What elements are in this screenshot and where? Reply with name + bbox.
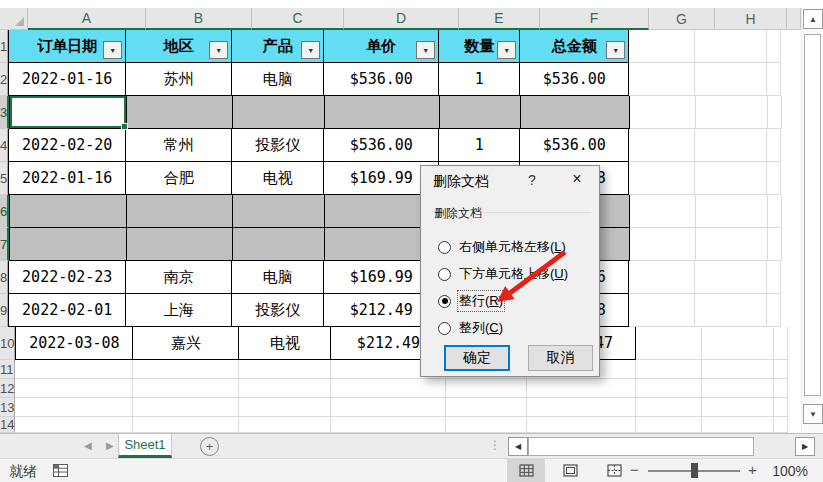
column-header-b[interactable]: B (146, 8, 252, 30)
cell[interactable] (695, 261, 767, 294)
zoom-slider-thumb[interactable] (691, 463, 698, 478)
tab-scrollbar-splitter[interactable]: ⋮ (489, 438, 499, 452)
column-header-c[interactable]: C (252, 8, 344, 30)
cell[interactable]: 苏州 (126, 63, 232, 96)
row-header-6[interactable]: 6 (0, 195, 9, 228)
cell[interactable] (702, 417, 774, 433)
cell[interactable] (636, 360, 702, 379)
cell[interactable] (702, 360, 774, 379)
zoom-in-button[interactable]: + (748, 461, 757, 478)
cell[interactable] (9, 195, 127, 228)
header-cell-unit-price[interactable]: 单价 ▼ (324, 30, 439, 63)
add-sheet-button[interactable]: + (200, 437, 219, 456)
cell[interactable] (629, 162, 695, 195)
cell[interactable] (527, 398, 636, 417)
cell[interactable] (695, 30, 767, 63)
header-cell-region[interactable]: 地区 ▼ (126, 30, 232, 63)
cell[interactable] (695, 162, 767, 195)
cell[interactable]: 1 (439, 63, 520, 96)
cell[interactable] (446, 379, 527, 398)
cell[interactable]: 电脑 (232, 63, 324, 96)
row-header-9[interactable]: 9 (0, 294, 8, 327)
ok-button[interactable]: 确定 (444, 345, 510, 371)
scroll-up-icon[interactable]: ▲ (803, 9, 823, 29)
prev-sheet-icon[interactable]: ◀ (84, 440, 92, 451)
cell[interactable] (127, 228, 233, 261)
cell[interactable] (331, 379, 446, 398)
cell[interactable] (233, 195, 325, 228)
cell[interactable]: 常州 (126, 129, 232, 162)
cell[interactable] (527, 379, 636, 398)
radio-icon[interactable] (438, 322, 451, 335)
zoom-out-button[interactable]: − (630, 461, 639, 478)
cell[interactable]: 1 (439, 129, 520, 162)
row-header-13[interactable]: 13 (0, 398, 15, 417)
cell[interactable] (446, 417, 527, 433)
cell[interactable] (127, 195, 233, 228)
filter-dropdown-icon[interactable]: ▼ (103, 41, 122, 59)
column-header-d[interactable]: D (344, 8, 459, 30)
cell[interactable]: 2022-02-01 (8, 294, 126, 327)
row-header-11[interactable]: 11 (0, 360, 15, 379)
cell[interactable] (702, 327, 774, 360)
column-header-a[interactable]: A (28, 8, 146, 30)
cell[interactable]: 上海 (126, 294, 232, 327)
filter-dropdown-icon[interactable]: ▼ (606, 41, 625, 59)
help-icon[interactable]: ? (524, 172, 540, 188)
close-icon[interactable]: × (567, 170, 587, 188)
header-cell-order-date[interactable]: 订单日期 ▼ (8, 30, 126, 63)
cell[interactable] (630, 195, 696, 228)
cell[interactable] (15, 379, 133, 398)
vertical-scrollbar-thumb[interactable] (804, 34, 821, 396)
radio-option-entire-column[interactable]: 整列(C) (438, 317, 503, 339)
cell[interactable] (629, 129, 695, 162)
cell[interactable] (127, 96, 233, 129)
cell[interactable]: $536.00 (520, 129, 629, 162)
horizontal-scrollbar-thumb[interactable] (528, 437, 754, 456)
page-layout-view-button[interactable] (551, 459, 589, 482)
zoom-level-label[interactable]: 100% (764, 463, 808, 479)
cell[interactable] (629, 294, 695, 327)
filter-dropdown-icon[interactable]: ▼ (301, 41, 320, 59)
cell[interactable]: 投影仪 (232, 294, 324, 327)
filter-dropdown-icon[interactable]: ▼ (209, 41, 228, 59)
cell[interactable] (325, 96, 440, 129)
filter-dropdown-icon[interactable]: ▼ (497, 41, 516, 59)
row-header-3[interactable]: 3 (0, 96, 9, 129)
radio-selected-icon[interactable] (438, 295, 451, 308)
cell[interactable]: 2022-01-16 (8, 162, 126, 195)
cell[interactable] (702, 398, 774, 417)
cell[interactable]: 投影仪 (232, 129, 324, 162)
cell[interactable] (15, 360, 133, 379)
scroll-right-icon[interactable]: ▶ (795, 437, 815, 456)
cell[interactable]: 嘉兴 (133, 327, 239, 360)
cell[interactable] (239, 360, 331, 379)
cell[interactable] (133, 360, 239, 379)
header-cell-quantity[interactable]: 数量 ▼ (439, 30, 520, 63)
cell[interactable] (133, 417, 239, 433)
row-header-5[interactable]: 5 (0, 162, 8, 195)
cell[interactable] (636, 417, 702, 433)
row-header-14[interactable]: 14 (0, 417, 15, 433)
cell[interactable] (636, 398, 702, 417)
cell[interactable] (233, 96, 325, 129)
radio-icon[interactable] (438, 241, 451, 254)
header-cell-product[interactable]: 产品 ▼ (232, 30, 324, 63)
cell[interactable] (696, 228, 768, 261)
radio-option-shift-cells-left[interactable]: 右侧单元格左移(L) (438, 236, 566, 258)
cell[interactable]: 电视 (239, 327, 331, 360)
cell[interactable] (239, 379, 331, 398)
cell[interactable] (695, 294, 767, 327)
column-header-g[interactable]: G (649, 8, 715, 30)
cell[interactable] (696, 96, 768, 129)
cell[interactable]: 电视 (232, 162, 324, 195)
cell[interactable] (233, 228, 325, 261)
select-all-corner[interactable] (0, 8, 28, 30)
scroll-down-icon[interactable]: ▼ (803, 404, 823, 424)
cell[interactable] (630, 228, 696, 261)
cell[interactable]: 2022-01-16 (8, 63, 126, 96)
column-header-h[interactable]: H (715, 8, 787, 30)
cell[interactable]: 2022-02-20 (8, 129, 126, 162)
cell[interactable] (239, 417, 331, 433)
cell[interactable] (133, 398, 239, 417)
